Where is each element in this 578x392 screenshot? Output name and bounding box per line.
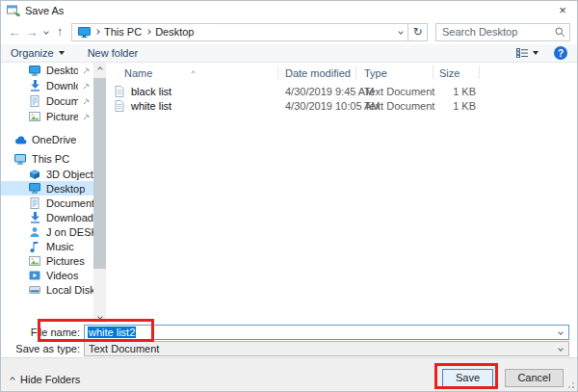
change-view-button[interactable] bbox=[516, 48, 539, 58]
sidebar-item-this-pc[interactable]: This PC bbox=[1, 151, 93, 167]
sidebar-scrollbar[interactable] bbox=[93, 63, 106, 323]
save-as-type-dropdown-icon[interactable] bbox=[558, 346, 564, 352]
sidebar-item-label: This PC bbox=[32, 153, 69, 165]
dialog-body: Desktop Downloads Documents Pictures bbox=[1, 63, 577, 323]
hide-folders-label: Hide Folders bbox=[20, 374, 80, 385]
column-header-date-modified[interactable]: Date modified bbox=[285, 67, 351, 79]
file-name-dropdown-icon[interactable] bbox=[558, 329, 564, 335]
sidebar-item-label: Documents bbox=[46, 95, 78, 107]
sidebar-item-pictures-pinned[interactable]: Pictures bbox=[1, 109, 93, 124]
file-date: 4/30/2019 9:45 AM bbox=[285, 85, 374, 99]
file-name: black list bbox=[131, 85, 171, 99]
breadcrumb-chevron-icon bbox=[145, 29, 151, 35]
sidebar-item-desktop[interactable]: Desktop bbox=[1, 181, 93, 196]
music-note-icon bbox=[28, 241, 41, 252]
pin-icon bbox=[83, 111, 93, 122]
file-name-input[interactable]: white list2 bbox=[84, 325, 569, 340]
refresh-icon[interactable]: ↻ bbox=[408, 23, 428, 41]
user-icon bbox=[28, 226, 41, 238]
monitor-icon bbox=[28, 183, 41, 194]
sidebar-item-documents[interactable]: Documents bbox=[1, 196, 93, 210]
address-bar[interactable]: This PC Desktop bbox=[71, 23, 408, 41]
address-dropdown-icon[interactable] bbox=[398, 29, 404, 35]
sidebar-item-label: Videos bbox=[46, 270, 78, 281]
sidebar-item-local-disk[interactable]: Local Disk (C:) bbox=[1, 282, 93, 297]
column-header-type[interactable]: Type bbox=[364, 67, 387, 79]
file-row-black-list[interactable]: black list 4/30/2019 9:45 AM Text Docume… bbox=[107, 85, 577, 99]
organize-button[interactable]: Organize bbox=[11, 47, 65, 59]
sidebar-item-label: Music bbox=[46, 241, 74, 252]
hard-disk-icon bbox=[28, 285, 41, 295]
file-list: Name Date modified Type Size black list … bbox=[107, 63, 577, 323]
sidebar-item-user-folder[interactable]: J on DESKTOP-C bbox=[1, 224, 93, 239]
sidebar-item-label: Pictures bbox=[46, 111, 78, 122]
scroll-down-icon[interactable] bbox=[98, 310, 102, 323]
scrollbar-thumb[interactable] bbox=[93, 78, 106, 269]
sort-ascending-icon bbox=[192, 65, 195, 76]
close-icon[interactable]: × bbox=[548, 1, 577, 19]
sidebar-item-downloads[interactable]: Downloads bbox=[1, 210, 93, 224]
sidebar-item-onedrive[interactable]: OneDrive bbox=[1, 132, 93, 147]
sidebar-item-label: OneDrive bbox=[32, 134, 76, 145]
onedrive-cloud-icon bbox=[13, 136, 27, 144]
save-as-type-label: Save as type: bbox=[1, 341, 84, 356]
hide-folders-button[interactable]: Hide Folders bbox=[11, 374, 80, 385]
file-name-label: File name: bbox=[1, 325, 84, 340]
sidebar-item-music[interactable]: Music bbox=[1, 239, 93, 253]
window-title: Save As bbox=[25, 5, 64, 16]
forward-icon[interactable]: → bbox=[23, 25, 40, 39]
file-row-white-list[interactable]: white list 4/30/2019 10:05 AM Text Docum… bbox=[107, 99, 577, 114]
column-header-size[interactable]: Size bbox=[439, 67, 460, 79]
sidebar-item-label: Desktop bbox=[46, 183, 85, 195]
help-icon[interactable]: ? bbox=[554, 46, 567, 60]
sidebar-item-label: Downloads bbox=[46, 212, 93, 223]
file-name: white list bbox=[131, 99, 171, 114]
new-folder-label: New folder bbox=[88, 47, 139, 59]
sidebar-item-label: Desktop bbox=[46, 65, 78, 76]
download-icon bbox=[28, 80, 41, 91]
pin-icon bbox=[83, 95, 93, 107]
monitor-icon bbox=[28, 65, 41, 76]
search-icon bbox=[555, 27, 565, 38]
save-as-type-value: Text Document bbox=[89, 343, 159, 354]
sidebar-item-label: 3D Objects bbox=[46, 169, 93, 180]
save-as-type-select[interactable]: Text Document bbox=[84, 341, 569, 356]
sidebar-item-label: Local Disk (C:) bbox=[46, 284, 93, 296]
desktop-location-icon bbox=[77, 27, 91, 38]
navigation-bar: ← → ↑ This PC Desktop ↻ bbox=[1, 19, 577, 44]
breadcrumb-chevron-icon bbox=[94, 29, 100, 35]
breadcrumb-this-pc[interactable]: This PC bbox=[104, 26, 142, 38]
search-box[interactable] bbox=[435, 23, 570, 41]
document-icon bbox=[28, 95, 41, 107]
sidebar-item-3d-objects[interactable]: 3D Objects bbox=[1, 167, 93, 181]
sidebar-item-desktop-pinned[interactable]: Desktop bbox=[1, 63, 93, 78]
back-icon[interactable]: ← bbox=[6, 25, 23, 39]
column-header-name[interactable]: Name bbox=[124, 67, 152, 79]
command-toolbar: Organize New folder ? bbox=[1, 44, 577, 63]
resize-grip[interactable] bbox=[572, 386, 574, 388]
organize-dropdown-icon bbox=[59, 51, 65, 55]
new-folder-button[interactable]: New folder bbox=[88, 47, 139, 59]
pictures-icon bbox=[28, 256, 41, 266]
sidebar-item-pictures[interactable]: Pictures bbox=[1, 253, 93, 268]
organize-label: Organize bbox=[11, 47, 54, 59]
column-headers: Name Date modified Type Size bbox=[107, 63, 577, 82]
save-button[interactable]: Save bbox=[442, 369, 493, 387]
breadcrumb-desktop[interactable]: Desktop bbox=[155, 26, 194, 38]
recent-locations-icon[interactable] bbox=[40, 30, 52, 34]
cancel-button[interactable]: Cancel bbox=[505, 369, 564, 387]
cube-icon bbox=[28, 169, 41, 180]
sidebar-item-label: J on DESKTOP-C bbox=[46, 226, 93, 238]
sidebar-item-label: Downloads bbox=[46, 80, 78, 91]
save-as-window-icon bbox=[7, 5, 20, 16]
sidebar-item-downloads-pinned[interactable]: Downloads bbox=[1, 78, 93, 93]
up-icon[interactable]: ↑ bbox=[52, 25, 67, 39]
sidebar-item-documents-pinned[interactable]: Documents bbox=[1, 93, 93, 109]
list-view-icon bbox=[516, 48, 529, 58]
sidebar-item-videos[interactable]: Videos bbox=[1, 268, 93, 282]
scroll-up-icon[interactable] bbox=[98, 63, 102, 75]
pin-icon bbox=[83, 65, 93, 76]
pictures-icon bbox=[28, 112, 41, 121]
file-size: 1 KB bbox=[396, 99, 476, 114]
search-input[interactable] bbox=[442, 26, 555, 38]
